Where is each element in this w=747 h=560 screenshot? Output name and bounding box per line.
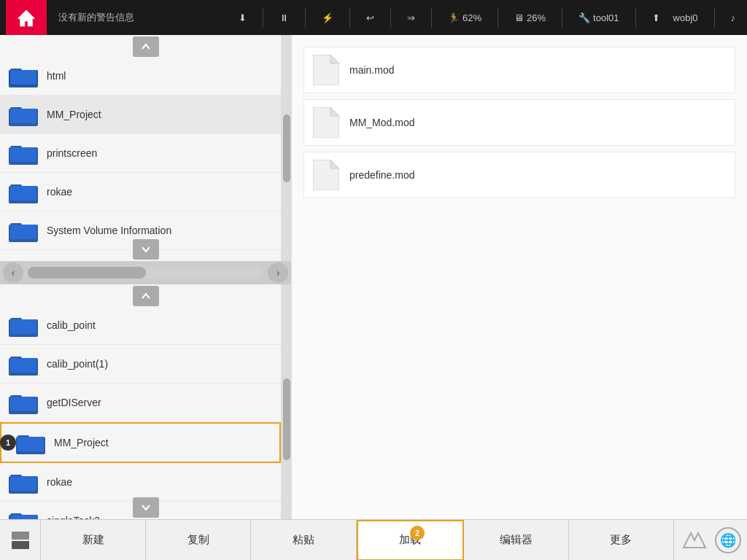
folder-icon xyxy=(9,63,38,89)
robot-icon[interactable]: ⬆ xyxy=(652,12,660,23)
folder-name: MM_Project xyxy=(54,437,109,448)
folder-icon xyxy=(9,217,38,244)
svg-rect-4 xyxy=(10,70,36,85)
svg-marker-0 xyxy=(18,10,36,27)
lower-scroll-up-button[interactable] xyxy=(133,286,159,306)
main-content: html MM_Project printscreen xyxy=(0,35,747,519)
svg-rect-25 xyxy=(10,358,36,373)
forward-icon[interactable]: ⇒ xyxy=(407,12,415,23)
mechmind-logo xyxy=(680,529,709,551)
svg-rect-16 xyxy=(10,225,36,239)
svg-rect-7 xyxy=(10,109,36,123)
wobj-label: wobj0 xyxy=(673,12,698,23)
more-button[interactable]: 更多 xyxy=(569,520,674,561)
svg-rect-10 xyxy=(10,147,36,162)
editor-button[interactable]: 编辑器 xyxy=(464,520,569,561)
file-icon xyxy=(313,107,339,138)
run-percent: 🏃 62% xyxy=(448,12,481,23)
badge-1: 1 xyxy=(0,435,16,451)
horizontal-scrollbar[interactable] xyxy=(28,267,263,279)
scroll-down-button[interactable] xyxy=(133,239,159,260)
svg-rect-22 xyxy=(10,319,36,334)
lower-list-scrollbar[interactable] xyxy=(281,284,291,519)
folder-icon xyxy=(9,101,38,128)
svg-rect-31 xyxy=(18,437,44,451)
load-button[interactable]: 2 加载 xyxy=(357,520,464,561)
svg-rect-37 xyxy=(10,515,36,519)
badge-2: 2 xyxy=(410,526,425,540)
globe-icon[interactable]: 🌐 xyxy=(715,527,741,553)
folder-icon xyxy=(16,429,45,456)
nav-left-button[interactable]: ‹ xyxy=(3,262,23,283)
file-name: predefine.mod xyxy=(349,169,415,181)
folder-name: printscreen xyxy=(47,147,97,159)
folder-name: getDIServer xyxy=(47,397,101,408)
tool-label: 🔧 tool01 xyxy=(578,12,619,23)
folder-item-mm-project-lower[interactable]: MM_Project xyxy=(0,422,281,463)
svg-marker-39 xyxy=(330,55,339,63)
music-icon[interactable]: ♪ xyxy=(731,12,736,23)
file-item-predefine-mod[interactable]: predefine.mod xyxy=(303,152,735,198)
file-icon xyxy=(313,55,339,85)
folder-icon xyxy=(9,179,38,205)
upper-list-scrollbar[interactable] xyxy=(281,35,291,261)
folder-name: calib_point(1) xyxy=(47,358,108,370)
nav-right-button[interactable]: › xyxy=(268,262,288,283)
folder-item-calib-point[interactable]: calib_point xyxy=(0,306,281,345)
lightning-icon[interactable]: ⚡ xyxy=(322,12,333,23)
panel-toggle-button[interactable] xyxy=(0,520,41,561)
folder-icon xyxy=(9,312,38,338)
copy-button[interactable]: 复制 xyxy=(146,520,251,561)
svg-rect-44 xyxy=(12,532,29,540)
folder-name: System Volume Information xyxy=(47,225,171,236)
pause-icon[interactable]: ⏸ xyxy=(279,12,289,23)
folder-icon xyxy=(9,140,38,166)
paste-button[interactable]: 粘贴 xyxy=(251,520,356,561)
folder-item-printscreen[interactable]: printscreen xyxy=(0,134,281,173)
svg-rect-13 xyxy=(10,186,36,201)
new-button[interactable]: 新建 xyxy=(41,520,146,561)
svg-rect-34 xyxy=(10,476,36,491)
folder-icon xyxy=(9,256,38,261)
folder-icon xyxy=(9,508,38,519)
folder-item-calib-point-1[interactable]: calib_point(1) xyxy=(0,345,281,384)
folder-icon xyxy=(9,389,38,416)
scroll-up-button[interactable] xyxy=(133,36,159,57)
lower-scroll-down-button[interactable] xyxy=(133,497,159,518)
file-icon xyxy=(313,160,339,190)
folder-item-mm-project-upper[interactable]: MM_Project xyxy=(0,96,281,134)
file-item-main-mod[interactable]: main.mod xyxy=(303,47,735,93)
svg-marker-43 xyxy=(330,160,339,168)
file-item-mm-mod[interactable]: MM_Mod.mod xyxy=(303,99,735,146)
folder-icon xyxy=(9,469,38,495)
svg-marker-46 xyxy=(684,533,705,548)
cpu-percent: 🖥 26% xyxy=(514,12,546,23)
alert-text: 没有新的警告信息 xyxy=(47,11,239,24)
folder-item-html[interactable]: html xyxy=(0,57,281,96)
loop-icon[interactable]: ↩ xyxy=(366,12,374,23)
left-panel: html MM_Project printscreen xyxy=(0,35,292,519)
folder-name: calib_point xyxy=(47,319,96,331)
right-panel: main.mod MM_Mod.mod predefine.mod xyxy=(292,35,747,519)
folder-item-getdiserver[interactable]: getDIServer xyxy=(0,384,281,422)
file-name: MM_Mod.mod xyxy=(349,117,414,128)
topbar: 没有新的警告信息 ⬇ ⏸ ⚡ ↩ ⇒ 🏃 62% 🖥 26% 🔧 tool01 … xyxy=(0,0,747,35)
folder-name: rokae xyxy=(47,476,72,488)
lower-folder-list: calib_point calib_point(1) getDIServer xyxy=(0,284,291,519)
download-icon[interactable]: ⬇ xyxy=(239,12,247,23)
bottombar: 新建 复制 粘贴 2 加载 编辑器 更多 🌐 xyxy=(0,519,747,560)
panel-nav-bar: ‹ › xyxy=(0,261,291,284)
folder-icon xyxy=(9,351,38,377)
upper-folder-list: html MM_Project printscreen xyxy=(0,35,291,261)
topbar-icons: ⬇ ⏸ ⚡ ↩ ⇒ 🏃 62% 🖥 26% 🔧 tool01 ⬆ wobj0 ♪ xyxy=(239,7,741,28)
svg-marker-41 xyxy=(330,107,339,116)
bottom-right-icons: 🌐 xyxy=(674,520,747,561)
folder-name: html xyxy=(47,70,66,82)
folder-item-rokae-lower[interactable]: rokae xyxy=(0,463,281,502)
folder-name: rokae xyxy=(47,186,72,198)
svg-rect-45 xyxy=(12,541,29,549)
home-button[interactable] xyxy=(6,0,47,35)
folder-name: singleTask3 xyxy=(47,515,100,519)
folder-item-rokae-upper[interactable]: rokae xyxy=(0,173,281,211)
lower-mm-project-wrapper: 1 MM_Project xyxy=(0,422,281,463)
